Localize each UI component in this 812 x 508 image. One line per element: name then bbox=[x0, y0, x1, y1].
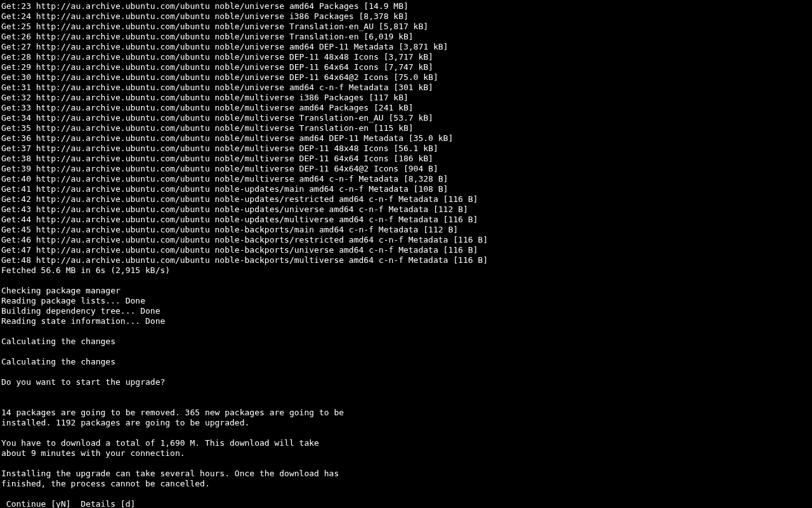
status-line: installed. 1192 packages are going to be… bbox=[1, 418, 812, 428]
apt-get-line: Get:41 http://au.archive.ubuntu.com/ubun… bbox=[1, 184, 812, 194]
apt-get-line: Get:24 http://au.archive.ubuntu.com/ubun… bbox=[1, 11, 812, 22]
apt-get-line: Get:23 http://au.archive.ubuntu.com/ubun… bbox=[1, 1, 812, 11]
status-line: Calculating the changes bbox=[1, 337, 812, 347]
status-line: Do you want to start the upgrade? bbox=[1, 377, 812, 387]
apt-get-line: Get:37 http://au.archive.ubuntu.com/ubun… bbox=[1, 144, 812, 154]
apt-fetched-line: Fetched 56.6 MB in 6s (2,915 kB/s) bbox=[1, 265, 812, 276]
status-line: Reading package lists... Done bbox=[1, 296, 812, 306]
status-line: Installing the upgrade can take several … bbox=[1, 469, 812, 479]
status-line: about 9 minutes with your connection. bbox=[1, 448, 812, 458]
terminal-output[interactable]: Get:23 http://au.archive.ubuntu.com/ubun… bbox=[0, 0, 812, 508]
apt-get-line: Get:42 http://au.archive.ubuntu.com/ubun… bbox=[1, 194, 812, 204]
status-line bbox=[1, 276, 812, 286]
status-line: Checking package manager bbox=[1, 286, 812, 296]
apt-get-line: Get:27 http://au.archive.ubuntu.com/ubun… bbox=[1, 42, 812, 52]
apt-get-line: Get:44 http://au.archive.ubuntu.com/ubun… bbox=[1, 215, 812, 225]
apt-get-line: Get:48 http://au.archive.ubuntu.com/ubun… bbox=[1, 255, 812, 265]
apt-get-line: Get:31 http://au.archive.ubuntu.com/ubun… bbox=[1, 83, 812, 93]
apt-get-line: Get:34 http://au.archive.ubuntu.com/ubun… bbox=[1, 113, 812, 123]
apt-get-line: Get:25 http://au.archive.ubuntu.com/ubun… bbox=[1, 22, 812, 32]
apt-get-line: Get:36 http://au.archive.ubuntu.com/ubun… bbox=[1, 133, 812, 144]
apt-get-line: Get:39 http://au.archive.ubuntu.com/ubun… bbox=[1, 164, 812, 174]
apt-get-line: Get:35 http://au.archive.ubuntu.com/ubun… bbox=[1, 123, 812, 133]
apt-get-line: Get:30 http://au.archive.ubuntu.com/ubun… bbox=[1, 72, 812, 83]
apt-get-line: Get:28 http://au.archive.ubuntu.com/ubun… bbox=[1, 52, 812, 62]
apt-get-line: Get:38 http://au.archive.ubuntu.com/ubun… bbox=[1, 154, 812, 164]
apt-get-line: Get:47 http://au.archive.ubuntu.com/ubun… bbox=[1, 245, 812, 255]
status-line bbox=[1, 458, 812, 469]
status-line bbox=[1, 326, 812, 337]
status-line bbox=[1, 428, 812, 438]
status-line bbox=[1, 347, 812, 357]
upgrade-prompt[interactable]: Continue [yN] Details [d] bbox=[1, 499, 812, 508]
apt-get-line: Get:26 http://au.archive.ubuntu.com/ubun… bbox=[1, 32, 812, 42]
apt-get-line: Get:29 http://au.archive.ubuntu.com/ubun… bbox=[1, 62, 812, 72]
apt-get-line: Get:46 http://au.archive.ubuntu.com/ubun… bbox=[1, 235, 812, 245]
apt-get-line: Get:40 http://au.archive.ubuntu.com/ubun… bbox=[1, 174, 812, 184]
status-line bbox=[1, 367, 812, 377]
status-line: 14 packages are going to be removed. 365… bbox=[1, 408, 812, 418]
apt-get-line: Get:33 http://au.archive.ubuntu.com/ubun… bbox=[1, 103, 812, 113]
status-line: You have to download a total of 1,690 M.… bbox=[1, 438, 812, 448]
status-line: finished, the process cannot be cancelle… bbox=[1, 479, 812, 489]
status-line bbox=[1, 387, 812, 398]
apt-get-line: Get:45 http://au.archive.ubuntu.com/ubun… bbox=[1, 225, 812, 235]
status-line: Reading state information... Done bbox=[1, 316, 812, 326]
status-line bbox=[1, 489, 812, 499]
status-line bbox=[1, 398, 812, 408]
status-line: Calculating the changes bbox=[1, 357, 812, 367]
status-line: Building dependency tree... Done bbox=[1, 306, 812, 316]
apt-get-line: Get:32 http://au.archive.ubuntu.com/ubun… bbox=[1, 93, 812, 103]
apt-get-line: Get:43 http://au.archive.ubuntu.com/ubun… bbox=[1, 204, 812, 215]
